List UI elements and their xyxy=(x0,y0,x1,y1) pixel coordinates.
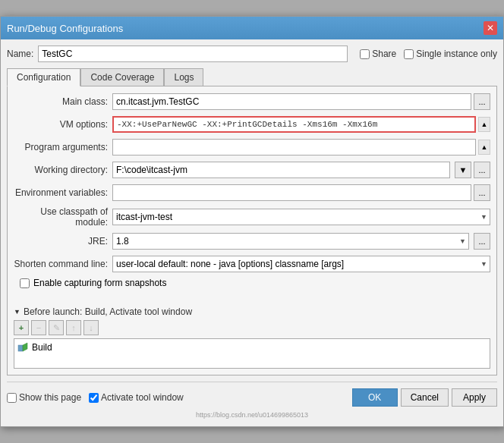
shorten-command-row: Shorten command line: user-local default… xyxy=(14,255,490,273)
before-launch-toolbar: + − ✎ ↑ ↓ xyxy=(14,320,490,335)
share-option[interactable]: Share xyxy=(360,49,396,59)
show-page-checkbox[interactable] xyxy=(7,393,17,403)
ok-button[interactable]: OK xyxy=(352,388,398,407)
before-launch-section: ▼ Before launch: Build, Activate tool wi… xyxy=(14,306,490,369)
show-page-option[interactable]: Show this page xyxy=(7,392,81,403)
share-label: Share xyxy=(372,49,396,59)
working-directory-row: Working directory: ▼ ... xyxy=(14,161,490,179)
dialog-buttons: OK Cancel Apply xyxy=(352,388,497,407)
share-checkbox[interactable] xyxy=(360,49,370,59)
svg-marker-1 xyxy=(23,343,27,351)
program-arguments-input[interactable] xyxy=(112,139,476,156)
classpath-select[interactable]: itcast-jvm-test xyxy=(112,209,490,225)
before-launch-list: Build xyxy=(14,338,490,369)
program-arguments-control: ▲ xyxy=(112,139,490,156)
list-item: Build xyxy=(17,341,487,354)
close-button[interactable]: ✕ xyxy=(484,21,497,35)
name-row: Name: Share Single instance only xyxy=(7,46,497,62)
jre-control: 1.8 ▼ ... xyxy=(112,233,490,250)
program-arguments-expand-button[interactable]: ▲ xyxy=(478,140,490,155)
vm-options-expand-button[interactable]: ▲ xyxy=(478,117,490,132)
build-icon xyxy=(17,342,28,353)
edit-task-button[interactable]: ✎ xyxy=(49,320,64,335)
working-directory-input[interactable] xyxy=(112,162,450,178)
watermark: https://blog.csdn.net/u014699865013 xyxy=(7,410,497,420)
collapse-icon[interactable]: ▼ xyxy=(14,308,20,316)
move-up-button[interactable]: ↑ xyxy=(66,320,81,335)
activate-window-option[interactable]: Activate tool window xyxy=(89,392,184,403)
tab-configuration[interactable]: Configuration xyxy=(7,68,80,86)
bottom-section: Show this page Activate tool window OK C… xyxy=(7,382,497,410)
title-bar: Run/Debug Configurations ✕ xyxy=(1,17,503,39)
svg-rect-0 xyxy=(18,345,23,351)
jre-label: JRE: xyxy=(14,236,112,247)
remove-task-button[interactable]: − xyxy=(31,320,46,335)
shorten-command-label: Shorten command line: xyxy=(14,259,112,269)
enable-capturing-checkbox[interactable] xyxy=(20,278,30,288)
name-input[interactable] xyxy=(38,46,348,62)
single-instance-checkbox[interactable] xyxy=(404,49,414,59)
single-instance-label: Single instance only xyxy=(416,49,497,59)
apply-button[interactable]: Apply xyxy=(452,388,497,407)
vm-options-row: VM options: ▲ xyxy=(14,115,490,134)
add-task-button[interactable]: + xyxy=(14,320,29,335)
main-class-browse-button[interactable]: ... xyxy=(474,93,490,110)
environment-variables-control: ... xyxy=(112,184,490,201)
environment-variables-row: Environment variables: ... xyxy=(14,184,490,202)
classpath-label: Use classpath of module: xyxy=(14,206,112,228)
classpath-control: itcast-jvm-test ▼ xyxy=(112,209,490,225)
enable-capturing-row: Enable capturing form snapshots xyxy=(14,278,490,288)
shorten-command-control: user-local default: none - java [options… xyxy=(112,256,490,272)
activate-window-checkbox[interactable] xyxy=(89,393,99,403)
program-arguments-row: Program arguments: ▲ xyxy=(14,138,490,156)
working-directory-browse-button[interactable]: ▼ xyxy=(455,162,471,178)
vm-options-control: ▲ xyxy=(112,116,490,133)
dialog-title: Run/Debug Configurations xyxy=(7,23,123,34)
vm-options-label: VM options: xyxy=(14,119,112,130)
tab-logs[interactable]: Logs xyxy=(164,68,203,86)
main-class-control: ... xyxy=(112,93,490,110)
working-directory-label: Working directory: xyxy=(14,165,112,175)
show-page-label: Show this page xyxy=(19,392,81,403)
before-launch-label: Before launch: Build, Activate tool wind… xyxy=(24,306,192,317)
name-label: Name: xyxy=(7,49,33,59)
jre-browse-button[interactable]: ... xyxy=(474,233,490,250)
environment-variables-input[interactable] xyxy=(112,184,471,201)
jre-row: JRE: 1.8 ▼ ... xyxy=(14,232,490,250)
single-instance-option[interactable]: Single instance only xyxy=(404,49,497,59)
working-directory-control: ▼ ... xyxy=(112,162,490,178)
cancel-button[interactable]: Cancel xyxy=(401,388,449,407)
main-class-label: Main class: xyxy=(14,96,112,107)
tab-code-coverage[interactable]: Code Coverage xyxy=(80,68,164,86)
build-item-label: Build xyxy=(32,342,52,353)
enable-capturing-label: Enable capturing form snapshots xyxy=(33,278,166,288)
classpath-row: Use classpath of module: itcast-jvm-test… xyxy=(14,206,490,228)
main-class-row: Main class: ... xyxy=(14,93,490,111)
tab-bar: Configuration Code Coverage Logs xyxy=(7,68,497,86)
activate-window-label: Activate tool window xyxy=(101,392,184,403)
configuration-panel: Main class: ... VM options: ▲ Program ar… xyxy=(7,86,497,375)
main-class-input[interactable] xyxy=(112,93,471,110)
before-launch-header: ▼ Before launch: Build, Activate tool wi… xyxy=(14,306,490,317)
environment-variables-label: Environment variables: xyxy=(14,187,112,198)
program-arguments-label: Program arguments: xyxy=(14,142,112,152)
vm-options-input[interactable] xyxy=(112,116,476,133)
environment-variables-browse-button[interactable]: ... xyxy=(474,184,490,201)
dialog-body: Name: Share Single instance only Configu… xyxy=(1,39,503,426)
name-options: Share Single instance only xyxy=(360,49,497,59)
shorten-command-select[interactable]: user-local default: none - java [options… xyxy=(112,256,490,272)
move-down-button[interactable]: ↓ xyxy=(83,320,99,335)
jre-select[interactable]: 1.8 xyxy=(112,233,469,250)
dialog-window: Run/Debug Configurations ✕ Name: Share S… xyxy=(0,16,504,427)
working-directory-folder-button[interactable]: ... xyxy=(474,162,490,178)
